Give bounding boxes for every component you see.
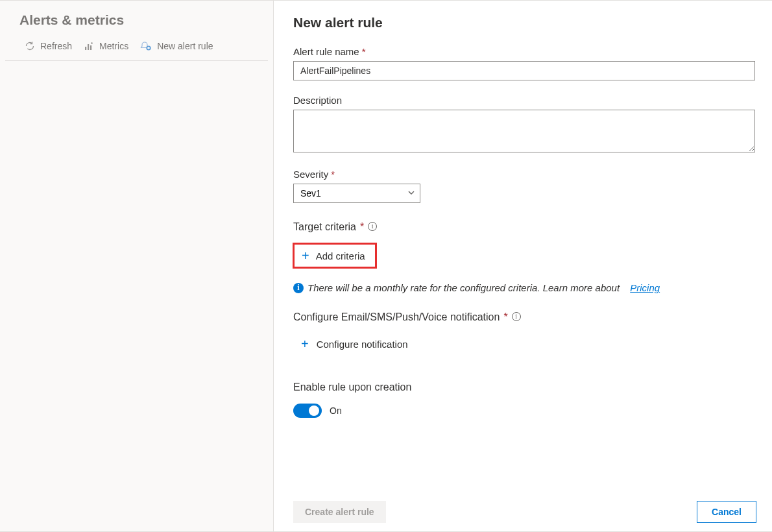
left-toolbar: Refresh Metrics xyxy=(5,34,268,61)
configure-notification-button[interactable]: + Configure notification xyxy=(301,333,408,354)
alert-rule-name-label: Alert rule name xyxy=(293,46,359,57)
plus-icon: + xyxy=(301,337,309,350)
refresh-icon xyxy=(25,41,35,51)
configure-notification-label: Configure Email/SMS/Push/Voice notificat… xyxy=(293,311,500,323)
description-label: Description xyxy=(293,95,342,106)
required-indicator: * xyxy=(503,311,507,323)
enable-rule-toggle[interactable] xyxy=(293,404,322,418)
svg-point-3 xyxy=(91,42,93,44)
info-icon[interactable]: i xyxy=(512,312,521,321)
enable-rule-state-label: On xyxy=(330,405,342,416)
field-severity: Severity * Sev1 xyxy=(293,169,759,203)
add-criteria-label: Add criteria xyxy=(316,250,365,261)
create-alert-rule-button: Create alert rule xyxy=(293,501,386,523)
configure-notification-label-row: Configure Email/SMS/Push/Voice notificat… xyxy=(293,311,759,323)
required-indicator: * xyxy=(362,46,366,57)
required-indicator: * xyxy=(331,169,335,180)
pricing-info-line: i There will be a monthly rate for the c… xyxy=(293,282,759,293)
severity-select[interactable]: Sev1 xyxy=(293,184,420,203)
svg-rect-0 xyxy=(85,47,86,50)
refresh-button[interactable]: Refresh xyxy=(25,41,72,51)
alert-rule-name-label-row: Alert rule name * xyxy=(293,46,759,57)
enable-rule-toggle-row: On xyxy=(293,404,759,418)
metrics-label: Metrics xyxy=(99,41,128,51)
app-root: Alerts & metrics Refresh xyxy=(0,0,772,532)
pricing-link[interactable]: Pricing xyxy=(630,282,660,293)
right-panel: New alert rule Alert rule name * Descrip… xyxy=(274,1,772,531)
metrics-icon xyxy=(84,41,94,51)
left-panel: Alerts & metrics Refresh xyxy=(0,1,274,531)
add-criteria-button[interactable]: + Add criteria xyxy=(293,243,376,268)
alert-icon xyxy=(140,41,152,51)
severity-label: Severity xyxy=(293,169,328,180)
refresh-label: Refresh xyxy=(40,41,72,51)
metrics-button[interactable]: Metrics xyxy=(84,41,128,51)
alert-rule-name-input[interactable] xyxy=(293,61,755,80)
field-description: Description xyxy=(293,95,759,154)
info-icon[interactable]: i xyxy=(368,222,377,231)
info-icon-filled: i xyxy=(293,283,304,293)
description-input[interactable] xyxy=(293,110,755,152)
new-alert-rule-label: New alert rule xyxy=(157,41,213,51)
footer: Create alert rule Cancel xyxy=(293,492,759,531)
left-panel-title: Alerts & metrics xyxy=(0,1,273,34)
configure-notification-btn-label: Configure notification xyxy=(317,339,408,350)
svg-rect-1 xyxy=(88,44,89,50)
cancel-button[interactable]: Cancel xyxy=(697,501,756,523)
svg-rect-2 xyxy=(90,45,91,50)
enable-rule-label-row: Enable rule upon creation xyxy=(293,381,759,393)
enable-rule-label: Enable rule upon creation xyxy=(293,381,411,393)
page-title: New alert rule xyxy=(293,15,759,30)
target-criteria-label-row: Target criteria * i xyxy=(293,221,759,233)
new-alert-rule-button[interactable]: New alert rule xyxy=(140,41,213,51)
target-criteria-label: Target criteria xyxy=(293,221,356,233)
pricing-info-text: There will be a monthly rate for the con… xyxy=(308,282,620,293)
plus-icon: + xyxy=(302,249,309,262)
required-indicator: * xyxy=(360,221,364,233)
field-alert-rule-name: Alert rule name * xyxy=(293,46,759,80)
